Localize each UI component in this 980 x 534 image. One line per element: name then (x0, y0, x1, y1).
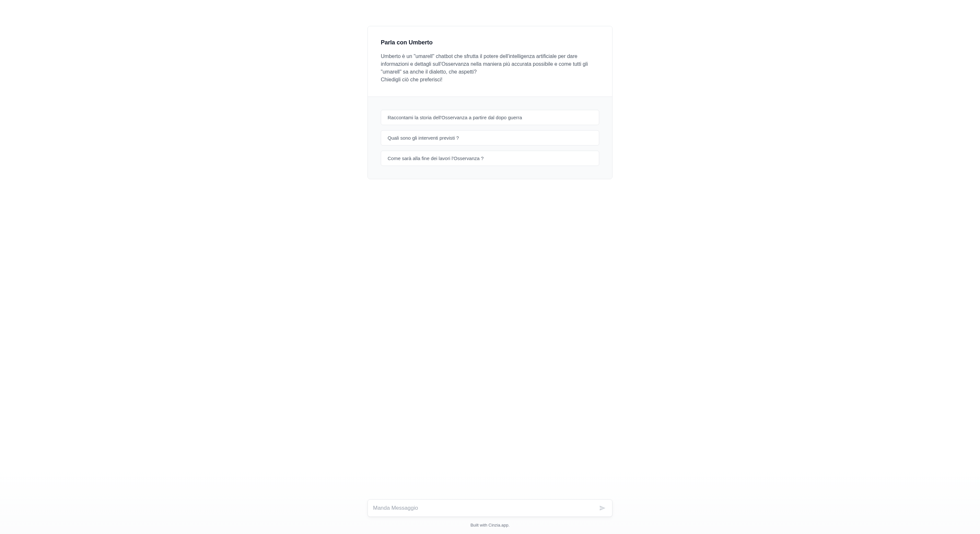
suggestion-button-0[interactable]: Raccontami la storia dell'Osservanza a p… (381, 110, 599, 125)
send-button[interactable] (598, 504, 607, 513)
suggestion-button-2[interactable]: Come sarà alla fine dei lavori l'Osserva… (381, 151, 599, 166)
chat-card: Parla con Umberto Umberto è un "umarell"… (368, 26, 612, 179)
suggestions-section: Raccontami la storia dell'Osservanza a p… (368, 97, 612, 179)
chat-title: Parla con Umberto (381, 39, 599, 46)
suggestion-button-1[interactable]: Quali sono gli interventi previsti ? (381, 130, 599, 146)
input-area: Built with Cinzia.app. (368, 499, 612, 528)
description-line-2: Chiedigli ciò che preferisci! (381, 77, 442, 82)
send-icon (599, 505, 606, 511)
header-section: Parla con Umberto Umberto è un "umarell"… (368, 26, 612, 97)
input-wrapper (368, 499, 612, 517)
message-input[interactable] (373, 503, 598, 513)
description-line-1: Umberto è un "umarell" chatbot che sfrut… (381, 54, 588, 75)
footer-credit: Built with Cinzia.app. (368, 523, 612, 528)
chat-description: Umberto è un "umarell" chatbot che sfrut… (381, 52, 599, 84)
